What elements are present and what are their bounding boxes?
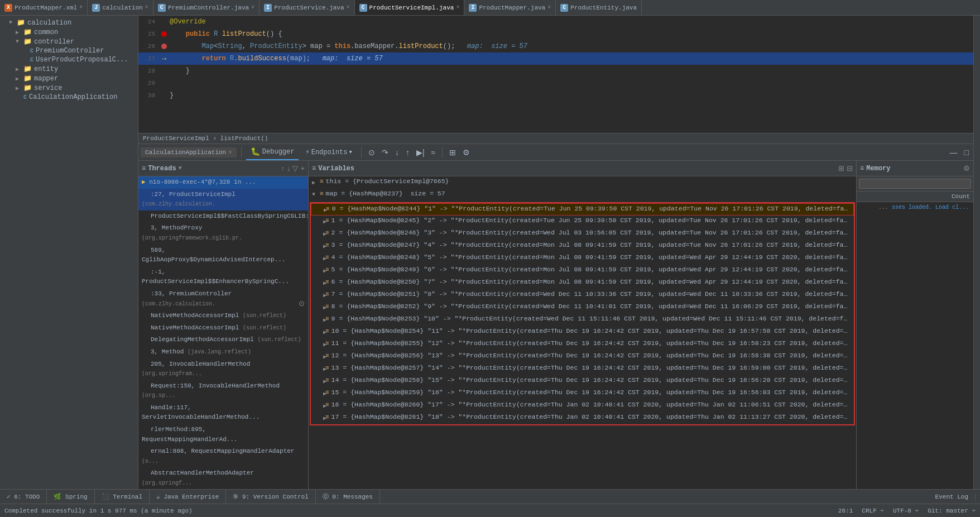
add-btn[interactable]: + bbox=[300, 164, 305, 173]
frame-premiumcontroller[interactable]: :33, PremiumController (com.zlhy.calcula… bbox=[138, 288, 308, 310]
bug-icon: 🐛 bbox=[251, 147, 260, 156]
settings-btn[interactable]: ⚙ bbox=[460, 147, 472, 158]
var-row-9[interactable]: ▶ ≡ 9 = {HashMap$Node@8253} "10" -> "*Pr… bbox=[311, 314, 854, 326]
frame-enhancer[interactable]: :-1, ProductServiceImpl$$EnhancerBySprin… bbox=[138, 266, 308, 288]
tab-debugger[interactable]: 🐛 Debugger bbox=[246, 144, 299, 160]
close-icon[interactable]: × bbox=[228, 149, 232, 156]
tab-productentity[interactable]: C ProductEntity.java bbox=[556, 0, 642, 15]
var-row-6[interactable]: ▶ ≡ 6 = {HashMap$Node@8250} "7" -> "*Pro… bbox=[311, 277, 854, 289]
java-icon: J bbox=[92, 4, 100, 12]
filter-btn[interactable]: ▽ bbox=[292, 164, 298, 173]
frame-requestmapping2[interactable]: ernal:808, RequestMappingHandlerAdapter … bbox=[138, 446, 308, 467]
tab-messages[interactable]: ⓪ 0: Messages bbox=[316, 490, 380, 504]
step-out-btn[interactable]: ↑ bbox=[403, 147, 412, 158]
minimize-btn[interactable]: — bbox=[948, 147, 960, 158]
var-row-4[interactable]: ▶ ≡ 4 = {HashMap$Node@8248} "5" -> "*Pro… bbox=[311, 252, 854, 265]
tab-productservice[interactable]: I ProductService.java × bbox=[260, 0, 354, 15]
tab-label: ProductEntity.java bbox=[570, 4, 637, 11]
run-to-cursor-btn[interactable]: ▶| bbox=[414, 147, 427, 158]
memory-search-input[interactable] bbox=[859, 179, 971, 189]
var-row-2[interactable]: ▶ ≡ 2 = {HashMap$Node@8246} "3" -> "*Pro… bbox=[311, 228, 854, 240]
load-classes-link[interactable]: sses loaded. Load cl... bbox=[892, 204, 969, 210]
tree-item-controller[interactable]: ▼ 📁 controller bbox=[0, 37, 138, 46]
debug-session-tab[interactable]: CalculationApplication × bbox=[141, 147, 237, 157]
evaluate-btn[interactable]: ≈ bbox=[429, 147, 438, 158]
tab-productmapper-java[interactable]: I ProductMapper.java × bbox=[464, 0, 556, 15]
down-btn[interactable]: ↓ bbox=[287, 164, 291, 173]
tree-item-mapper[interactable]: ▶ 📁 mapper bbox=[0, 74, 138, 83]
var-row-0[interactable]: ▶ ≡ 0 = {HashMap$Node@8244} "1" -> "*Pro… bbox=[311, 203, 854, 216]
close-icon[interactable]: × bbox=[145, 4, 148, 11]
var-row-8[interactable]: ▶ ≡ 8 = {HashMap$Node@8252} "9" -> "*Pro… bbox=[311, 301, 854, 314]
frame-methodproxy[interactable]: 3, MethodProxy (org.springframework.cgli… bbox=[138, 222, 308, 244]
var-row-7[interactable]: ▶ ≡ 7 = {HashMap$Node@8251} "8" -> "*Pro… bbox=[311, 289, 854, 301]
threads-dropdown-icon[interactable]: ▼ bbox=[179, 165, 182, 171]
frame-fastclass[interactable]: ProductServiceImpl$$FastClassBySpringCGL… bbox=[138, 210, 308, 223]
var-row-16[interactable]: ▶ ≡ 16 = {HashMap$Node@8260} "17" -> "*P… bbox=[311, 400, 854, 412]
step-over-btn[interactable]: ↷ bbox=[379, 147, 391, 158]
var-row-3[interactable]: ▶ ≡ 3 = {HashMap$Node@8247} "4" -> "*Pro… bbox=[311, 240, 854, 252]
close-icon[interactable]: × bbox=[251, 4, 254, 11]
close-icon[interactable]: × bbox=[347, 4, 350, 11]
frame-abstracthandler[interactable]: AbstractHandlerMethodAdapter (org.spring… bbox=[138, 467, 308, 489]
tree-item-userproductproposal[interactable]: ▶ C UserProductProposalC... bbox=[0, 55, 138, 64]
memory-settings-btn[interactable]: ⚙ bbox=[963, 164, 970, 173]
show-execution-point-btn[interactable]: ⊙ bbox=[366, 147, 377, 158]
tab-terminal[interactable]: ⬛ Terminal bbox=[95, 490, 150, 504]
java-c-icon: C bbox=[23, 94, 27, 100]
frame-method[interactable]: 3, Method (java.lang.reflect) bbox=[138, 346, 308, 358]
tree-item-entity[interactable]: ▶ 📁 entity bbox=[0, 64, 138, 74]
frame-nativemethod1[interactable]: NativeMethodAccessorImpl (sun.reflect) bbox=[138, 310, 308, 322]
tree-item-calculationapp[interactable]: ▶ C CalculationApplication bbox=[0, 93, 138, 102]
var-row-12[interactable]: ▶ ≡ 12 = {HashMap$Node@8256} "13" -> "*P… bbox=[311, 351, 854, 363]
tab-productmapper-xml[interactable]: X ProductMapper.xml × bbox=[0, 0, 88, 15]
frame-delegating[interactable]: DelegatingMethodAccessorImpl (sun.reflec… bbox=[138, 334, 308, 346]
tree-item-common[interactable]: ▶ 📁 common bbox=[0, 27, 138, 37]
restore-layout-btn[interactable]: ⊞ bbox=[447, 147, 458, 158]
step-into-btn[interactable]: ↓ bbox=[393, 147, 401, 158]
var-row-1[interactable]: ▶ ≡ 1 = {HashMap$Node@8245} "2" -> "*Pro… bbox=[311, 216, 854, 228]
frame-requestmapping[interactable]: rlerMethod:895, RequestMappingHandlerAd.… bbox=[138, 424, 308, 446]
frame-invocable2[interactable]: Request:150, InvocableHandlerMethod (org… bbox=[138, 380, 308, 402]
var-row-5[interactable]: ▶ ≡ 5 = {HashMap$Node@8249} "6" -> "*Pro… bbox=[311, 265, 854, 277]
thread-options-btn[interactable]: ⊙ bbox=[299, 299, 305, 308]
close-icon[interactable]: × bbox=[547, 4, 551, 11]
up-btn[interactable]: ↑ bbox=[281, 164, 285, 173]
thread-item-exec[interactable]: ▶ nio-8080-exec-4*@7,328 in ... bbox=[138, 176, 308, 189]
var-row-14[interactable]: ▶ ≡ 14 = {HashMap$Node@8258} "15" -> "*P… bbox=[311, 375, 854, 387]
var-row-map[interactable]: ▼ ≡ map = {HashMap@8237} size = 57 bbox=[309, 189, 856, 201]
close-icon[interactable]: × bbox=[456, 4, 459, 11]
var-row-13[interactable]: ▶ ≡ 13 = {HashMap$Node@8257} "14" -> "*P… bbox=[311, 363, 854, 375]
var-row-this[interactable]: ▶ ≡ this = {ProductServiceImpl@7665} bbox=[309, 176, 856, 189]
frame-productserviceimpl-27[interactable]: :27, ProductServiceImpl (com.zlhy.calcul… bbox=[138, 189, 308, 210]
endpoints-btn[interactable]: ⚡ Endpoints ▼ bbox=[301, 147, 356, 157]
expand-arrow: ▼ bbox=[9, 20, 16, 26]
expand-arrow: ▶ bbox=[314, 231, 323, 237]
frame-nativemethod2[interactable]: NativeMethodAccessorImpl (sun.reflect) bbox=[138, 322, 308, 334]
expand-arrow: ▶ bbox=[314, 403, 323, 409]
var-row-17[interactable]: ▶ ≡ 17 = {HashMap$Node@8261} "18" -> "*P… bbox=[311, 412, 854, 424]
tab-version-control[interactable]: ⑨ 9: Version Control bbox=[226, 490, 315, 504]
expand-arrow: ▶ bbox=[314, 378, 323, 385]
tab-productserviceimpl[interactable]: C ProductServiceImpl.java × bbox=[355, 0, 465, 15]
tab-todo[interactable]: ✓ 6: TODO bbox=[0, 490, 47, 504]
expand-btn[interactable]: ⊞ bbox=[838, 164, 844, 173]
frame-invocable1[interactable]: 205, InvocableHandlerMethod (org.springf… bbox=[138, 358, 308, 380]
frame-cglib[interactable]: 589, CglibAopProxy$DynamicAdvisedInterce… bbox=[138, 245, 308, 266]
tab-java-enterprise[interactable]: ☕ Java Enterprise bbox=[150, 490, 226, 504]
restore-vars-btn[interactable]: ⊟ bbox=[847, 164, 853, 173]
tab-spring[interactable]: 🌿 Spring bbox=[47, 490, 94, 504]
tree-item-calculation[interactable]: ▼ 📁 calculation bbox=[0, 18, 138, 27]
var-row-11[interactable]: ▶ ≡ 11 = {HashMap$Node@8255} "12" -> "*P… bbox=[311, 338, 854, 351]
var-row-15[interactable]: ▶ ≡ 15 = {HashMap$Node@8259} "16" -> "*P… bbox=[311, 387, 854, 400]
close-icon[interactable]: × bbox=[79, 4, 83, 11]
expand-arrow: ▶ bbox=[16, 85, 22, 92]
frame-servlet-invocable[interactable]: Handle:117, ServletInvocableHandlerMetho… bbox=[138, 402, 308, 424]
tab-premiumcontroller[interactable]: C PremiumController.java × bbox=[153, 0, 260, 15]
tab-event-log[interactable]: Event Log bbox=[929, 494, 976, 500]
tree-item-service[interactable]: ▶ 📁 service bbox=[0, 83, 138, 93]
tab-calculation[interactable]: J calculation × bbox=[88, 0, 153, 15]
tree-item-premiumcontroller[interactable]: ▶ C PremiumController bbox=[0, 46, 138, 55]
maximize-btn[interactable]: □ bbox=[962, 147, 971, 158]
var-row-10[interactable]: ▶ ≡ 10 = {HashMap$Node@8254} "11" -> "*P… bbox=[311, 326, 854, 338]
